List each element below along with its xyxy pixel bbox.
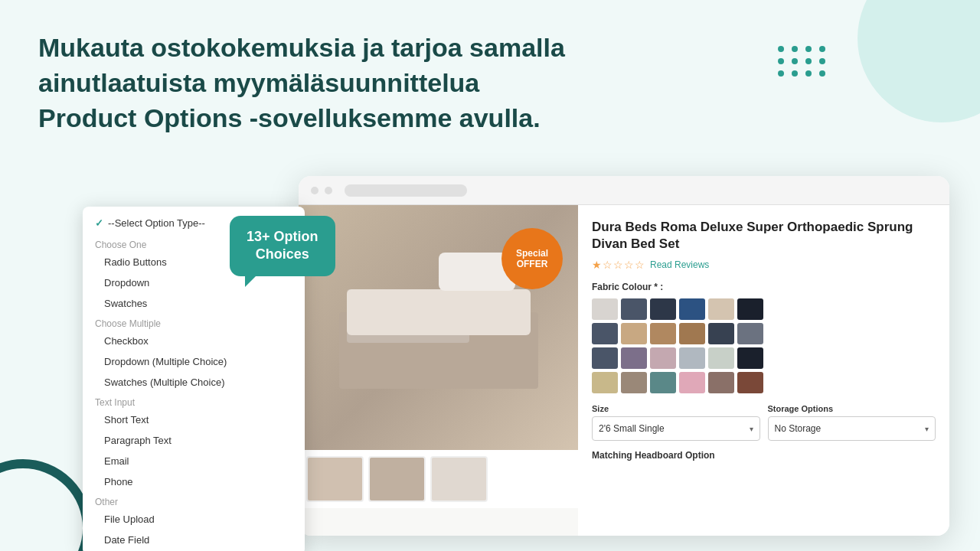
bed-mattress: [347, 289, 531, 335]
size-field: Size 2'6 Small Single ▾: [592, 404, 760, 441]
size-storage-section: Size 2'6 Small Single ▾ Storage Options …: [592, 404, 936, 441]
product-image-area: Special OFFER: [299, 205, 578, 536]
option-dropdown-multiple[interactable]: Dropdown (Multiple Choice): [83, 351, 305, 372]
swatch-7[interactable]: [592, 323, 618, 344]
badge-line2: Choices: [256, 246, 309, 262]
dropdown-selected-label: --Select Option Type--: [108, 217, 205, 229]
star-rating-row: ★☆☆☆☆ Read Reviews: [592, 259, 936, 271]
swatch-9[interactable]: [650, 323, 676, 344]
storage-arrow-icon: ▾: [925, 425, 929, 433]
swatch-22[interactable]: [679, 372, 705, 393]
special-offer-badge: Special OFFER: [501, 228, 563, 289]
option-phone[interactable]: Phone: [83, 471, 305, 492]
fabric-colour-label: Fabric Colour * :: [592, 282, 936, 292]
thumbnail-3[interactable]: [430, 456, 488, 502]
swatch-16[interactable]: [679, 347, 705, 369]
thumbnail-2[interactable]: [368, 456, 426, 502]
swatch-8[interactable]: [621, 323, 647, 344]
swatch-3[interactable]: [650, 298, 676, 320]
star-icons: ★☆☆☆☆: [592, 259, 645, 271]
option-swatches[interactable]: Swatches: [83, 293, 305, 314]
swatch-15[interactable]: [650, 347, 676, 369]
swatch-23[interactable]: [708, 372, 734, 393]
option-email[interactable]: Email: [83, 451, 305, 471]
option-file-upload[interactable]: File Upload: [83, 509, 305, 530]
option-date-field[interactable]: Date Field: [83, 530, 305, 550]
badge-line1: 13+ Option: [247, 229, 318, 244]
browser-bar: [299, 176, 949, 205]
bg-circle-top-right: [858, 0, 980, 122]
size-value: 2'6 Small Single: [599, 423, 665, 434]
storage-field: Storage Options No Storage ▾: [768, 404, 936, 441]
special-offer-line2: OFFER: [517, 259, 548, 269]
option-short-text[interactable]: Short Text: [83, 409, 305, 430]
swatch-11[interactable]: [708, 323, 734, 344]
option-paragraph-text[interactable]: Paragraph Text: [83, 430, 305, 451]
browser-mockup: Special OFFER Dura Beds Roma Deluxe Supe…: [299, 176, 949, 536]
swatch-18[interactable]: [737, 347, 763, 369]
options-badge: 13+ Option Choices: [230, 216, 335, 276]
product-main-image: Special OFFER: [299, 205, 578, 450]
swatch-4[interactable]: [679, 298, 705, 320]
swatch-17[interactable]: [708, 347, 734, 369]
swatch-14[interactable]: [621, 347, 647, 369]
size-label: Size: [592, 404, 760, 413]
swatch-20[interactable]: [621, 372, 647, 393]
size-select[interactable]: 2'6 Small Single ▾: [592, 416, 760, 441]
storage-value: No Storage: [775, 423, 822, 434]
read-reviews-link[interactable]: Read Reviews: [650, 259, 709, 270]
swatch-12[interactable]: [737, 323, 763, 344]
group-label-choose-multiple: Choose Multiple: [83, 314, 305, 331]
hero-section: Mukauta ostokokemuksia ja tarjoa samalla…: [38, 31, 574, 136]
product-title: Dura Beds Roma Deluxe Super Orthopaedic …: [592, 219, 936, 253]
storage-label: Storage Options: [768, 404, 936, 413]
swatch-10[interactable]: [679, 323, 705, 344]
browser-dot-2: [325, 187, 332, 194]
fabric-swatch-grid: [592, 298, 936, 393]
hero-title: Mukauta ostokokemuksia ja tarjoa samalla…: [38, 31, 574, 136]
option-checkbox[interactable]: Checkbox: [83, 331, 305, 351]
check-icon: ✓: [95, 217, 103, 229]
swatch-13[interactable]: [592, 347, 618, 369]
swatch-24[interactable]: [737, 372, 763, 393]
swatch-1[interactable]: [592, 298, 618, 320]
bg-circle-bottom-left: [0, 459, 92, 551]
special-offer-line1: Special: [516, 248, 548, 259]
browser-content: Special OFFER Dura Beds Roma Deluxe Supe…: [299, 205, 949, 536]
size-arrow-icon: ▾: [750, 425, 753, 433]
headboard-label: Matching Headboard Option: [592, 450, 936, 461]
storage-select[interactable]: No Storage ▾: [768, 416, 936, 441]
swatch-6[interactable]: [737, 298, 763, 320]
browser-dot-1: [311, 187, 318, 194]
option-swatches-multiple[interactable]: Swatches (Multiple Choice): [83, 372, 305, 393]
swatch-5[interactable]: [708, 298, 734, 320]
swatch-2[interactable]: [621, 298, 647, 320]
group-label-text-input: Text Input: [83, 393, 305, 409]
product-info-panel: Dura Beds Roma Deluxe Super Orthopaedic …: [578, 205, 949, 536]
thumbnail-1[interactable]: [306, 456, 364, 502]
group-label-other: Other: [83, 492, 305, 509]
swatch-21[interactable]: [650, 372, 676, 393]
swatch-19[interactable]: [592, 372, 618, 393]
thumbnail-row: [299, 450, 578, 508]
dots-decoration: [778, 46, 827, 77]
address-bar: [345, 184, 467, 197]
